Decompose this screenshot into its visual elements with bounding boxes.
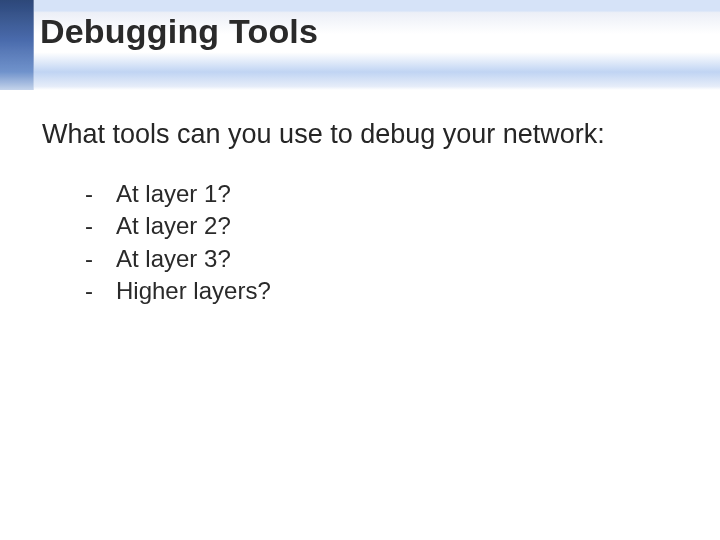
list-item: - At layer 2? [82,210,680,242]
list-item: - At layer 1? [82,178,680,210]
list-item-text: At layer 2? [116,210,231,242]
bullet-icon: - [82,275,96,307]
left-accent-bar [0,0,34,90]
slide-title: Debugging Tools [40,12,318,51]
bullet-icon: - [82,178,96,210]
bullet-icon: - [82,210,96,242]
title-band: Debugging Tools [0,0,720,90]
list-item-text: Higher layers? [116,275,271,307]
slide: Debugging Tools What tools can you use t… [0,0,720,540]
list-item-text: At layer 3? [116,243,231,275]
list-item: - At layer 3? [82,243,680,275]
bullet-list: - At layer 1? - At layer 2? - At layer 3… [42,178,680,308]
bullet-icon: - [82,243,96,275]
list-item: - Higher layers? [82,275,680,307]
list-item-text: At layer 1? [116,178,231,210]
lead-text: What tools can you use to debug your net… [42,118,680,152]
slide-body: What tools can you use to debug your net… [42,118,680,307]
